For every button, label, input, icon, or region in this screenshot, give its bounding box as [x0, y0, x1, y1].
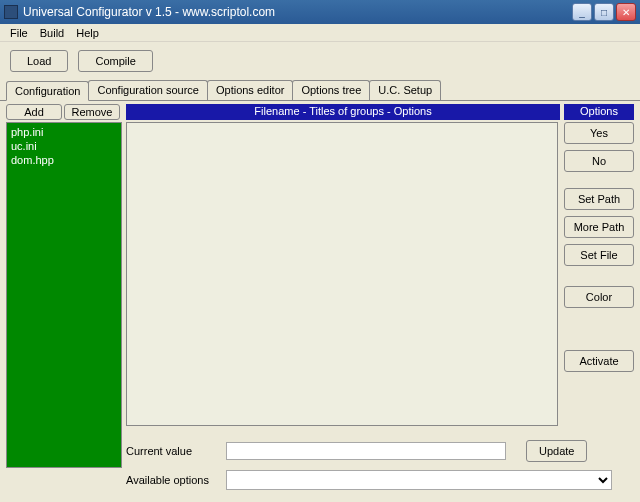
current-value-label: Current value — [126, 445, 216, 457]
tab-options-editor[interactable]: Options editor — [207, 80, 293, 100]
tab-configuration[interactable]: Configuration — [6, 81, 89, 101]
menu-help[interactable]: Help — [70, 27, 105, 39]
no-button[interactable]: No — [564, 150, 634, 172]
set-file-button[interactable]: Set File — [564, 244, 634, 266]
available-options-label: Available options — [126, 474, 216, 486]
tab-strip: Configuration Configuration source Optio… — [0, 80, 640, 101]
app-icon — [4, 5, 18, 19]
tab-content: Add Remove Filename - Titles of groups -… — [0, 101, 640, 502]
activate-button[interactable]: Activate — [564, 350, 634, 372]
options-canvas — [126, 122, 558, 426]
tab-uc-setup[interactable]: U.C. Setup — [369, 80, 441, 100]
more-path-button[interactable]: More Path — [564, 216, 634, 238]
file-list[interactable]: php.ini uc.ini dom.hpp — [6, 122, 122, 468]
menubar: File Build Help — [0, 24, 640, 42]
menu-build[interactable]: Build — [34, 27, 70, 39]
menu-file[interactable]: File — [4, 27, 34, 39]
remove-button[interactable]: Remove — [64, 104, 120, 120]
minimize-button[interactable]: _ — [572, 3, 592, 21]
close-button[interactable]: ✕ — [616, 3, 636, 21]
file-item[interactable]: dom.hpp — [11, 153, 117, 167]
available-options-select[interactable] — [226, 470, 612, 490]
header-options: Options — [564, 104, 634, 120]
tab-configuration-source[interactable]: Configuration source — [88, 80, 208, 100]
file-item[interactable]: php.ini — [11, 125, 117, 139]
update-button[interactable]: Update — [526, 440, 587, 462]
file-item[interactable]: uc.ini — [11, 139, 117, 153]
compile-button[interactable]: Compile — [78, 50, 152, 72]
color-button[interactable]: Color — [564, 286, 634, 308]
add-button[interactable]: Add — [6, 104, 62, 120]
yes-button[interactable]: Yes — [564, 122, 634, 144]
titlebar: Universal Configurator v 1.5 - www.scrip… — [0, 0, 640, 24]
tab-options-tree[interactable]: Options tree — [292, 80, 370, 100]
set-path-button[interactable]: Set Path — [564, 188, 634, 210]
toolbar: Load Compile — [0, 42, 640, 80]
header-main: Filename - Titles of groups - Options — [126, 104, 560, 120]
side-buttons: Yes No Set Path More Path Set File Color… — [564, 122, 634, 426]
load-button[interactable]: Load — [10, 50, 68, 72]
window-title: Universal Configurator v 1.5 - www.scrip… — [23, 5, 572, 19]
current-value-input[interactable] — [226, 442, 506, 460]
maximize-button[interactable]: □ — [594, 3, 614, 21]
